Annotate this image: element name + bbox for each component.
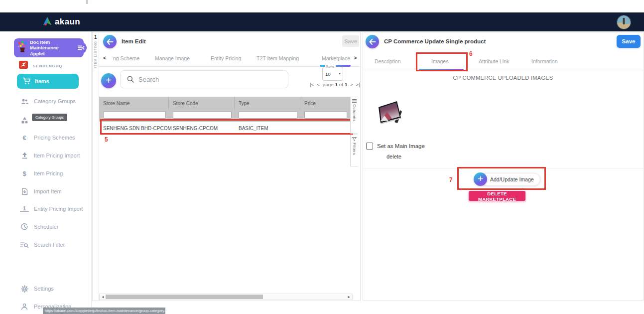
first-page-button[interactable]: |< bbox=[310, 82, 314, 87]
set-main-image-label: Set as Main Image bbox=[377, 143, 425, 149]
column-header-price[interactable]: Price bbox=[300, 97, 350, 110]
gear-icon bbox=[20, 285, 29, 293]
applet-header[interactable]: Doc Item Maintenance Applet bbox=[14, 38, 84, 57]
sidebar-item-label: Category Groups bbox=[34, 98, 76, 104]
columns-label: Columns bbox=[352, 104, 357, 122]
scroll-left-arrow-icon[interactable]: ◄ bbox=[101, 295, 105, 299]
step-number: 1 bbox=[94, 34, 97, 40]
horizontal-scrollbar[interactable]: ◄ ► bbox=[99, 294, 353, 300]
last-page-button[interactable]: >| bbox=[356, 82, 360, 87]
tab-information[interactable]: Information bbox=[531, 58, 558, 64]
sidebar-item-category-groups[interactable]: Category Groups bbox=[20, 97, 76, 106]
save-button[interactable]: Save bbox=[617, 35, 641, 48]
page-label: page bbox=[323, 82, 334, 87]
column-header-store-name[interactable]: Store Name bbox=[99, 97, 169, 110]
product-image-thumbnail[interactable] bbox=[377, 100, 403, 131]
category-groups-tooltip: Category Groups bbox=[32, 114, 67, 121]
shapes-icon bbox=[20, 117, 29, 124]
tab-t2t-item-mapping[interactable]: T2T Item Mapping bbox=[257, 55, 299, 61]
applet-bouquet-icon bbox=[16, 40, 28, 55]
tab-manage-image[interactable]: Manage Image bbox=[155, 55, 190, 61]
column-header-type[interactable]: Type bbox=[235, 97, 300, 110]
next-page-button[interactable]: > bbox=[350, 82, 353, 87]
akaun-logo[interactable]: akaun bbox=[42, 12, 80, 31]
annotation-box-add-update bbox=[457, 167, 546, 190]
sidebar-item-item-pricing[interactable]: $ Item Pricing bbox=[20, 169, 63, 178]
delete-marketplace-button[interactable]: DELETE MARKETPLACE bbox=[469, 191, 525, 201]
tab-entity-pricing[interactable]: Entity Pricing bbox=[211, 55, 241, 61]
delete-image-link[interactable]: delete bbox=[386, 154, 401, 159]
scrollbar-thumb[interactable] bbox=[106, 295, 263, 299]
sidebar-item-settings[interactable]: Settings bbox=[20, 284, 54, 293]
filter-input-store-name[interactable] bbox=[103, 111, 166, 119]
sidebar-item-items[interactable]: Items bbox=[17, 74, 79, 89]
rows-value: 10 bbox=[325, 71, 331, 77]
cp-commerce-panel: CP Commerce Update Single product Save D… bbox=[363, 32, 644, 301]
tabs-scroll-right-icon[interactable]: > bbox=[354, 55, 357, 61]
rows-legend: Rows bbox=[325, 65, 336, 68]
columns-icon bbox=[352, 99, 357, 103]
sidebar-item-item-pricing-import[interactable]: Item Pricing Import bbox=[20, 151, 80, 160]
tab-pricing-scheme[interactable]: ng Scheme bbox=[113, 55, 139, 61]
save-button-disabled[interactable]: Save bbox=[342, 35, 359, 47]
item-listing-label: ITEM LISTING bbox=[94, 41, 97, 68]
back-arrow-icon bbox=[369, 39, 376, 45]
item-edit-tabbar: < ng Scheme Manage Image Entity Pricing … bbox=[99, 50, 360, 67]
tab-attribute-link[interactable]: Attribute Link bbox=[479, 58, 509, 64]
sidebar-item-senhenghq[interactable]: SENHENGHQ bbox=[19, 60, 63, 71]
panel-title: CP Commerce Update Single product bbox=[384, 38, 486, 44]
plus-icon: + bbox=[474, 172, 487, 186]
add-record-button[interactable]: + bbox=[101, 73, 116, 88]
akaun-triangle-icon bbox=[42, 16, 52, 28]
sidebar: Doc Item Maintenance Applet SENHENGHQ bbox=[0, 31, 92, 314]
scroll-right-arrow-icon[interactable]: ► bbox=[347, 295, 351, 299]
sidebar-collapse-button[interactable] bbox=[75, 42, 87, 54]
sidebar-item-search-filter[interactable]: Search Filter bbox=[20, 240, 65, 249]
columns-side-tab[interactable]: Columns bbox=[350, 97, 358, 134]
sidebar-item-pricing-schemes[interactable]: € Pricing Schemes bbox=[20, 133, 75, 142]
filter-input-price[interactable] bbox=[304, 111, 347, 119]
tabs-scroll-left-icon[interactable]: < bbox=[103, 55, 106, 61]
search-placeholder: Search bbox=[138, 76, 159, 83]
sidebar-item-scheduler[interactable]: Scheduler bbox=[20, 222, 59, 231]
item-edit-panel: 1 ITEM LISTING Item Edit Save < ng Schem… bbox=[92, 32, 361, 301]
cp-tabbar: Description Images Attribute Link Inform… bbox=[363, 50, 643, 71]
item-listing-vertical-tab[interactable]: 1 ITEM LISTING bbox=[93, 32, 99, 301]
back-button[interactable] bbox=[366, 35, 379, 48]
filter-input-store-code[interactable] bbox=[173, 111, 232, 119]
menu-collapse-icon bbox=[77, 44, 85, 51]
annotation-box-row bbox=[100, 119, 353, 135]
tab-marketplace-active[interactable]: Marketplace bbox=[322, 55, 350, 61]
set-main-image-checkbox[interactable] bbox=[366, 143, 373, 150]
back-button[interactable] bbox=[103, 35, 117, 48]
annotation-number-5: 5 bbox=[105, 136, 108, 143]
table-header-row: Store Name Store Code Type Price bbox=[99, 97, 350, 110]
logo-text: akaun bbox=[55, 17, 80, 27]
user-avatar[interactable] bbox=[617, 15, 631, 29]
sidebar-item-label: Entity Pricing Import bbox=[34, 206, 83, 212]
upload-icon bbox=[20, 152, 29, 159]
sidebar-item-label: Settings bbox=[34, 286, 54, 292]
tab-description[interactable]: Description bbox=[375, 58, 401, 64]
rows-per-page-select[interactable]: Rows 10 ▾ bbox=[322, 67, 343, 81]
sidebar-item-import-item[interactable]: Import Item bbox=[20, 187, 62, 196]
filters-label: Filters bbox=[352, 143, 357, 155]
applet-title: Doc Item Maintenance Applet bbox=[30, 39, 71, 56]
total-pages: 1 bbox=[345, 82, 347, 87]
senheng-logo-icon bbox=[19, 60, 28, 71]
search-field[interactable]: Search bbox=[120, 70, 288, 88]
filters-side-tab[interactable]: Filters bbox=[350, 135, 358, 166]
column-header-store-code[interactable]: Store Code bbox=[169, 97, 235, 110]
annotation-box-images-tab bbox=[416, 52, 468, 71]
sidebar-item-label: Pricing Schemes bbox=[34, 135, 75, 141]
org-label: SENHENGHQ bbox=[33, 64, 63, 68]
of-label: of bbox=[339, 82, 343, 87]
chevron-down-icon: ▾ bbox=[339, 71, 341, 76]
sidebar-item-label: Items bbox=[35, 78, 49, 84]
prev-page-button[interactable]: < bbox=[317, 82, 320, 87]
sidebar-item-entity-pricing-import[interactable]: 1 Entity Pricing Import bbox=[20, 204, 83, 213]
sidebar-item-category-groups-2[interactable] bbox=[20, 116, 29, 125]
link-preview-statusbar: https://akaun.com/#/applet/erp/fin/doc-i… bbox=[43, 308, 165, 314]
filter-input-type[interactable] bbox=[239, 111, 297, 119]
euro-icon: € bbox=[20, 134, 29, 142]
